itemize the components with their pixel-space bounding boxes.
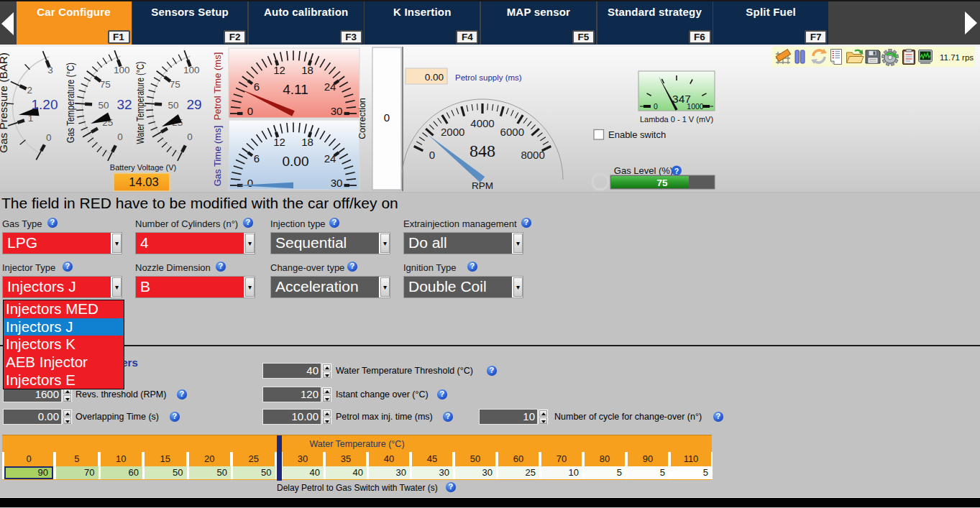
svg-text:24: 24 [324, 80, 336, 93]
svg-text:0.00: 0.00 [283, 154, 309, 169]
svg-text:0: 0 [384, 111, 390, 124]
svg-text:0: 0 [429, 149, 435, 161]
svg-text:12: 12 [273, 136, 285, 148]
svg-text:848: 848 [470, 142, 495, 160]
svg-text:3: 3 [47, 65, 53, 75]
svg-text:1.20: 1.20 [32, 97, 58, 112]
svg-text:30: 30 [331, 177, 343, 189]
svg-text:Enable switch: Enable switch [608, 129, 666, 140]
svg-text:6: 6 [254, 152, 260, 165]
svg-text:0: 0 [46, 132, 52, 143]
svg-text:?: ? [674, 167, 679, 175]
svg-text:0.00: 0.00 [425, 72, 444, 83]
svg-text:4.11: 4.11 [283, 82, 308, 97]
svg-text:RPM: RPM [472, 180, 493, 191]
svg-text:6: 6 [254, 80, 260, 93]
svg-text:Petrol supply (ms): Petrol supply (ms) [455, 73, 522, 82]
svg-text:Lambda 0 - 1 V (mV): Lambda 0 - 1 V (mV) [640, 115, 713, 124]
svg-text:Gas Level (%): Gas Level (%) [614, 165, 673, 176]
svg-text:100: 100 [183, 65, 200, 75]
svg-text:4000: 4000 [470, 117, 494, 129]
svg-text:6000: 6000 [500, 126, 524, 138]
svg-text:2000: 2000 [441, 126, 464, 138]
svg-text:2: 2 [27, 85, 32, 96]
svg-text:14.03: 14.03 [129, 175, 158, 188]
svg-text:11.71 rps: 11.71 rps [940, 53, 974, 62]
svg-text:75: 75 [170, 79, 180, 90]
svg-text:Gas Time (ms]: Gas Time (ms] [212, 126, 223, 187]
svg-text:50: 50 [168, 100, 179, 111]
svg-text:Battery Voltage (V): Battery Voltage (V) [110, 163, 176, 172]
svg-text:Gas Temperature (°C): Gas Temperature (°C) [64, 63, 76, 143]
svg-text:32: 32 [116, 97, 132, 112]
svg-text:0: 0 [247, 105, 253, 117]
svg-text:12: 12 [273, 64, 285, 76]
svg-text:75: 75 [656, 177, 668, 188]
svg-text:75: 75 [100, 79, 111, 90]
svg-text:50: 50 [99, 100, 109, 111]
svg-text:29: 29 [186, 97, 201, 112]
svg-text:18: 18 [301, 136, 313, 148]
svg-text:30: 30 [331, 105, 343, 117]
svg-text:100: 100 [114, 65, 130, 75]
svg-text:Petrol Time (ms]: Petrol Time (ms] [212, 52, 223, 121]
svg-text:Water Temperature (°C): Water Temperature (°C) [134, 62, 146, 144]
svg-text:0: 0 [654, 102, 658, 111]
svg-text:0: 0 [247, 177, 253, 189]
svg-text:Gas Pressure (BAR): Gas Pressure (BAR) [0, 52, 9, 153]
svg-text:0: 0 [117, 131, 123, 142]
svg-text:8000: 8000 [521, 149, 544, 161]
svg-text:347: 347 [672, 93, 691, 105]
svg-text:24: 24 [324, 152, 336, 165]
svg-text:Correction: Correction [357, 98, 367, 139]
svg-text:0: 0 [187, 131, 193, 142]
svg-text:18: 18 [301, 64, 313, 76]
